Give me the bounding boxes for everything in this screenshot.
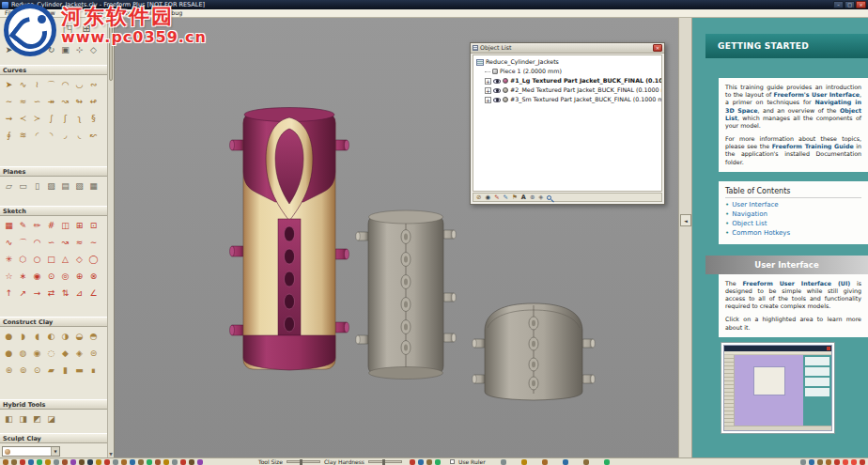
- bottom-tool-icon[interactable]: [501, 459, 506, 465]
- bottom-tool-icon[interactable]: [87, 459, 93, 465]
- scrollbar-thumb[interactable]: [109, 26, 113, 81]
- sketch-tool-icon[interactable]: ∗: [16, 268, 30, 285]
- toc-entry[interactable]: • User Interface: [725, 201, 861, 210]
- curve-tool-icon[interactable]: ↜: [86, 127, 101, 144]
- use-ruler-checkbox[interactable]: [450, 459, 455, 464]
- bottom-tool-icon[interactable]: [426, 459, 432, 465]
- bottom-tool-icon[interactable]: [843, 459, 848, 465]
- tool-icon[interactable]: ↻: [44, 41, 58, 58]
- plane-tool-icon[interactable]: ▧: [72, 178, 86, 194]
- curve-tool-icon[interactable]: ↝: [58, 93, 72, 110]
- tree-item-label[interactable]: #2_Med Textured Part Jacket_BUCK_FINAL (…: [510, 87, 662, 93]
- tool-icon[interactable]: ◈: [16, 41, 30, 58]
- tool-icon[interactable]: ⊕: [21, 19, 39, 38]
- hybrid-tool-icon[interactable]: ◪: [44, 411, 58, 427]
- tool-icon[interactable]: ◇: [86, 41, 101, 58]
- bottom-tool-icon[interactable]: [37, 459, 42, 465]
- material-ball-icon[interactable]: [503, 97, 508, 102]
- bottom-tool-icon[interactable]: [147, 459, 152, 465]
- curve-tool-icon[interactable]: ∫: [44, 110, 58, 127]
- menu-item[interactable]: Help: [138, 9, 159, 17]
- curve-tool-icon[interactable]: ⌒: [44, 76, 58, 93]
- curve-tool-icon[interactable]: ʃ: [58, 110, 72, 127]
- curve-tool-icon[interactable]: ◞: [58, 127, 72, 144]
- tool-icon[interactable]: ⊹: [72, 41, 86, 58]
- tree-item-row[interactable]: + #1_Lg Textured Part Jacket_BUCK_FINAL …: [476, 76, 661, 85]
- magnifier-icon[interactable]: [547, 195, 551, 200]
- plane-tool-icon[interactable]: ▨: [44, 178, 58, 194]
- bottom-tool-icon[interactable]: [11, 459, 17, 465]
- sketch-tool-icon[interactable]: ⌒: [16, 234, 30, 251]
- sketch-tool-icon[interactable]: ☆: [2, 268, 16, 285]
- sketch-tool-icon[interactable]: ∽: [44, 234, 58, 251]
- sketch-tool-icon[interactable]: ◎: [58, 268, 72, 285]
- curve-tool-icon[interactable]: ◡: [72, 76, 86, 93]
- object-list-close-button[interactable]: ×: [653, 44, 662, 52]
- section-header-planes[interactable]: Planes: [0, 166, 107, 177]
- curve-tool-icon[interactable]: ↬: [72, 93, 86, 110]
- clay-tool-icon[interactable]: ▮: [58, 362, 72, 379]
- bottom-tool-icon[interactable]: [809, 459, 814, 465]
- tool-icon[interactable]: ▣: [58, 41, 72, 58]
- sketch-tool-icon[interactable]: ↑: [2, 285, 16, 302]
- section-header-sketch[interactable]: Sketch: [0, 206, 107, 216]
- tool-icon[interactable]: ◳: [58, 19, 77, 38]
- tree-root-label[interactable]: Reduce_Cylinder_Jackets: [486, 59, 559, 65]
- tree-item-label[interactable]: #3_Sm Textured Part Jacket_BUCK_FINAL (0…: [510, 97, 662, 102]
- curve-tool-icon[interactable]: ≋: [16, 127, 30, 144]
- bottom-tool-icon[interactable]: [189, 459, 194, 465]
- plane-tool-icon[interactable]: ▤: [58, 178, 72, 194]
- hybrid-tool-icon[interactable]: ◨: [16, 411, 30, 427]
- sketch-tool-icon[interactable]: ✳: [2, 251, 16, 268]
- tool-icon[interactable]: ▤: [2, 19, 21, 38]
- tree-item-row[interactable]: + #3_Sm Textured Part Jacket_BUCK_FINAL …: [476, 95, 661, 104]
- sketch-tool-icon[interactable]: ◉: [30, 268, 44, 285]
- sketch-tool-icon[interactable]: ⊿: [72, 285, 86, 302]
- curve-tool-icon[interactable]: ◝: [44, 127, 58, 144]
- bottom-tool-icon[interactable]: [163, 459, 169, 465]
- sketch-tool-icon[interactable]: #: [44, 217, 58, 234]
- sketch-tool-icon[interactable]: ✏: [30, 217, 44, 234]
- section-header-sculpt-clay[interactable]: Sculpt Clay: [0, 433, 107, 443]
- clay-tool-icon[interactable]: ◑: [58, 328, 72, 345]
- bottom-tool-icon[interactable]: [172, 459, 178, 465]
- tool-icon[interactable]: ➤: [2, 41, 16, 58]
- chevron-down-icon[interactable]: ▼: [51, 447, 59, 456]
- clay-tool-icon[interactable]: ◆: [58, 345, 72, 362]
- visibility-eye-icon[interactable]: [493, 79, 501, 84]
- object-list-tool-icon[interactable]: ⊕: [530, 194, 535, 201]
- material-ball-icon[interactable]: [503, 78, 508, 84]
- bottom-tool-icon[interactable]: [180, 459, 186, 465]
- object-list-window[interactable]: Object List × Reduce_Cylinder_Jackets Pi…: [470, 42, 665, 205]
- curve-tool-icon[interactable]: ⇝: [2, 110, 16, 127]
- menu-item[interactable]: Palettes: [107, 9, 138, 17]
- hybrid-tool-icon[interactable]: ◩: [30, 411, 44, 427]
- curve-tool-icon[interactable]: ≻: [30, 110, 44, 127]
- bottom-tool-icon[interactable]: [20, 459, 25, 465]
- scroll-down-icon[interactable]: ▼: [108, 451, 114, 457]
- object-list-tool-icon[interactable]: ◉: [485, 194, 490, 201]
- material-ball-icon[interactable]: [503, 87, 508, 93]
- clay-tool-icon[interactable]: ◍: [16, 345, 30, 362]
- toc-entry[interactable]: • Navigation: [725, 210, 861, 220]
- toc-link[interactable]: Common Hotkeys: [732, 230, 790, 237]
- bottom-tool-icon[interactable]: [113, 459, 118, 465]
- section-header-construct-clay[interactable]: Construct Clay: [0, 317, 107, 327]
- clay-tool-icon[interactable]: ●: [2, 345, 16, 362]
- bottom-tool-icon[interactable]: [79, 459, 85, 465]
- bottom-tool-icon[interactable]: [860, 459, 865, 465]
- sketch-tool-icon[interactable]: ◠: [30, 234, 44, 251]
- sketch-tool-icon[interactable]: ⊡: [86, 217, 101, 234]
- bottom-tool-icon[interactable]: [521, 459, 527, 465]
- clay-tool-icon[interactable]: ▬: [72, 362, 86, 379]
- bottom-tool-icon[interactable]: [130, 459, 135, 465]
- bottom-tool-icon[interactable]: [28, 459, 34, 465]
- bottom-tool-icon[interactable]: [70, 459, 76, 465]
- clay-tool-icon[interactable]: ◒: [72, 328, 86, 345]
- tool-icon[interactable]: ⊞: [77, 19, 96, 38]
- bottom-tool-icon[interactable]: [418, 459, 424, 465]
- bottom-tool-icon[interactable]: [197, 459, 203, 465]
- clay-tool-icon[interactable]: ◓: [86, 328, 101, 345]
- object-list-tool-icon[interactable]: ◈: [538, 194, 543, 201]
- sketch-tool-icon[interactable]: ✎: [16, 217, 30, 234]
